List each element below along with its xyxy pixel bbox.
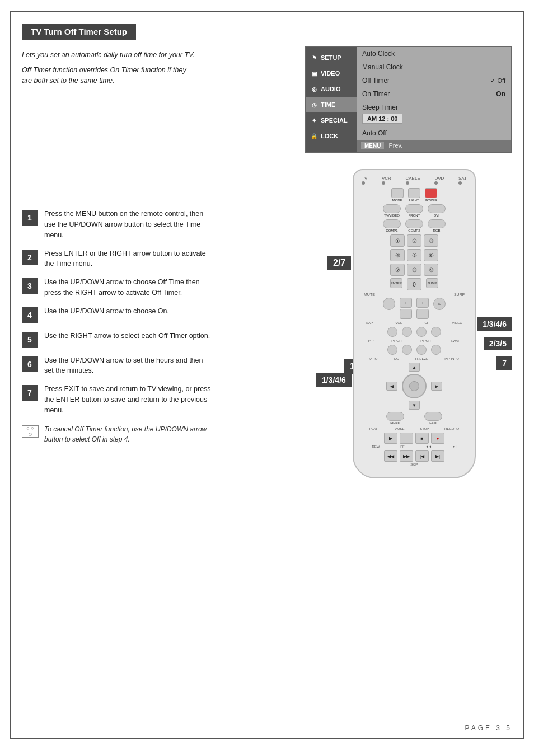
menu-item-auto-clock[interactable]: Auto Clock xyxy=(357,47,511,60)
exit-button[interactable] xyxy=(424,412,442,421)
power-button[interactable] xyxy=(425,188,437,198)
prev-button[interactable]: |◀ xyxy=(415,450,429,462)
front-button[interactable] xyxy=(405,204,423,213)
sidebar-item-audio[interactable]: ◎ AUDIO xyxy=(306,82,357,96)
surf-button[interactable]: S xyxy=(433,298,446,310)
badge-label-235: 2/3/5 xyxy=(484,337,512,350)
play-label: PLAY xyxy=(369,427,378,430)
exit-label: EXIT xyxy=(429,421,437,425)
nav-down[interactable]: ▼ xyxy=(409,401,420,410)
num-1[interactable]: ① xyxy=(390,234,405,247)
menu-item-sleep-timer[interactable]: Sleep Timer AM 12 : 00 xyxy=(357,101,511,126)
ratio-button[interactable] xyxy=(387,345,397,355)
rgb-button[interactable] xyxy=(428,219,446,228)
num-5[interactable]: ⑤ xyxy=(407,249,421,261)
remote-control: TV VCR CABLE DVD SAT MODE LIGHT xyxy=(353,169,476,478)
off-timer-label: Off Timer xyxy=(362,77,486,84)
pipch-plus-label: PIPCH+ xyxy=(420,339,433,342)
num-7[interactable]: ⑦ xyxy=(390,264,405,276)
prev-label: Prev. xyxy=(388,142,402,149)
mute-surf-btns: + − + − S xyxy=(359,298,469,319)
sidebar-label-special: SPECIAL xyxy=(321,117,348,124)
num-4[interactable]: ④ xyxy=(390,249,405,261)
num-2[interactable]: ② xyxy=(407,234,421,247)
play-button[interactable]: ▶ xyxy=(384,433,397,444)
badge-7: 7 xyxy=(496,356,512,370)
nav-right[interactable]: ▶ xyxy=(431,382,442,391)
num-6[interactable]: ⑥ xyxy=(424,249,438,261)
swap-label: SWAP xyxy=(451,339,460,342)
video-icon: ▣ xyxy=(310,69,318,78)
ff-button[interactable]: ▶▶ xyxy=(400,450,413,462)
transport-row1: ▶ ⏸ ■ ● xyxy=(359,433,469,444)
dvi-button[interactable] xyxy=(428,204,446,213)
step-text-7: Press EXIT to save and return to TV view… xyxy=(44,384,212,415)
pipch-plus[interactable] xyxy=(416,327,427,337)
pip-input-button[interactable] xyxy=(431,345,441,355)
nav-center[interactable] xyxy=(402,374,427,398)
menu-item-on-timer[interactable]: On Timer On xyxy=(357,87,511,101)
menu-item-manual-clock[interactable]: Manual Clock xyxy=(357,60,511,74)
stop-button[interactable]: ■ xyxy=(415,433,429,444)
off-timer-check: ✓ Off xyxy=(490,77,505,84)
mute-button[interactable] xyxy=(383,298,395,310)
pip-button[interactable] xyxy=(387,327,397,337)
step-num-3: 3 xyxy=(22,278,38,294)
num-3[interactable]: ③ xyxy=(424,234,438,247)
vol-dn[interactable]: − xyxy=(400,309,412,319)
step-5: 5 Use the RIGHT arrow to select each Off… xyxy=(22,331,212,348)
page-container: TV Turn Off Timer Setup Lets you set an … xyxy=(10,11,524,739)
record-button[interactable]: ● xyxy=(431,433,444,444)
light-button[interactable] xyxy=(408,188,420,198)
dvi-label: DVI xyxy=(434,214,439,217)
menu-label: MENU xyxy=(390,421,400,425)
vol-up[interactable]: + xyxy=(400,298,412,308)
menu-item-off-timer[interactable]: Off Timer ✓ Off xyxy=(357,74,511,87)
num-8[interactable]: ⑧ xyxy=(407,264,421,276)
num-9[interactable]: ⑨ xyxy=(424,264,438,276)
tvvideo-button[interactable] xyxy=(383,204,401,213)
prev-skip-label: ◄◄ xyxy=(425,445,432,448)
sidebar-label-time: TIME xyxy=(321,101,335,108)
swap-button[interactable] xyxy=(431,327,441,337)
badge-label-1346b: 1/3/4/6 xyxy=(477,317,512,331)
mute-surf-row: MUTE SURF xyxy=(359,293,469,297)
manual-clock-label: Manual Clock xyxy=(362,63,505,71)
pause-label: PAUSE xyxy=(394,427,405,430)
step-1: 1 Press the MENU button on the remote co… xyxy=(22,209,212,240)
sidebar-item-setup[interactable]: ⚑ SETUP xyxy=(306,50,357,65)
sidebar-item-special[interactable]: ✦ SPECIAL xyxy=(306,113,357,128)
jump-button[interactable]: JUMP xyxy=(426,278,438,288)
step-text-3: Use the UP/DOWN arrow to choose Off Time… xyxy=(44,277,212,298)
page-title: TV Turn Off Timer Setup xyxy=(22,24,136,40)
num-0[interactable]: 0 xyxy=(407,278,421,290)
badge-label-7: 7 xyxy=(496,356,512,370)
freeze-label: FREEZE xyxy=(415,357,428,360)
sidebar-item-lock[interactable]: 🔒 LOCK xyxy=(306,129,357,143)
menu-item-auto-off[interactable]: Auto Off xyxy=(357,126,511,140)
pause-button[interactable]: ⏸ xyxy=(400,433,413,444)
nav-left[interactable]: ◀ xyxy=(386,382,397,391)
comp1-button[interactable] xyxy=(383,219,401,228)
rew-button[interactable]: ◀◀ xyxy=(384,450,397,462)
tvvideo-label: TV/VIDEO xyxy=(384,214,400,217)
ch-up[interactable]: + xyxy=(416,298,429,308)
skip-button[interactable]: ▶| xyxy=(431,450,444,462)
cc-label: CC xyxy=(394,357,399,360)
sidebar-item-video[interactable]: ▣ VIDEO xyxy=(306,66,357,81)
step-num-4: 4 xyxy=(22,307,38,323)
enter-button[interactable]: ENTER xyxy=(390,278,402,288)
menu-button[interactable] xyxy=(386,412,404,421)
cc-button[interactable] xyxy=(402,345,412,355)
comp2-button[interactable] xyxy=(405,219,423,228)
tv-menu-screenshot: ⚑ SETUP ▣ VIDEO ◎ AUDIO ◷ TIME ✦ SPECI xyxy=(305,46,512,153)
pipch-minus[interactable] xyxy=(402,327,412,337)
ch-dn[interactable]: − xyxy=(416,309,429,319)
nav-up[interactable]: ▲ xyxy=(409,363,420,372)
tip-text: To cancel Off Timer function, use the UP… xyxy=(44,424,212,444)
sidebar-item-time[interactable]: ◷ TIME xyxy=(306,97,357,112)
menu-button-label[interactable]: MENU xyxy=(361,142,384,149)
mode-button[interactable] xyxy=(391,188,404,198)
fn-labels: RATIO CC FREEZE PIP INPUT xyxy=(359,357,469,360)
freeze-button[interactable] xyxy=(416,345,427,355)
